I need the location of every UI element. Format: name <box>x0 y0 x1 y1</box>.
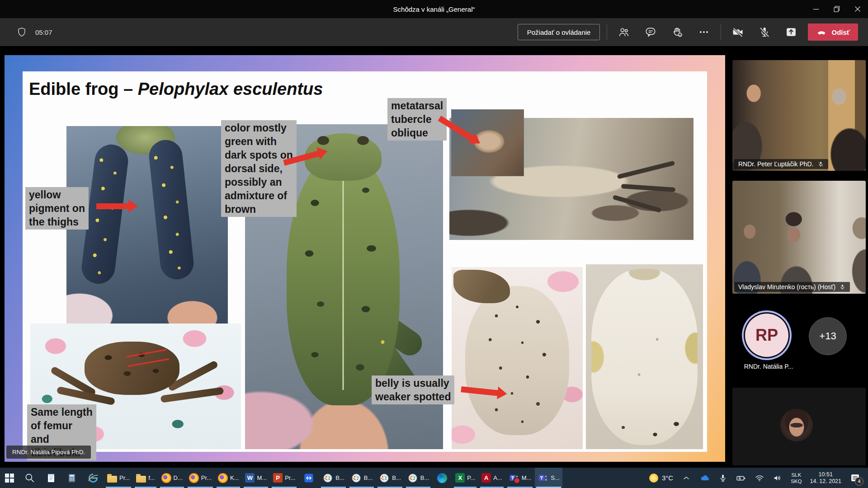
taskbar-item-teams-1[interactable]: M... <box>506 468 534 488</box>
leave-button[interactable]: Odísť <box>808 23 858 41</box>
taskbar-item-calculator[interactable] <box>62 468 82 488</box>
meeting-toolbar: 05:07 Požiadať o ovládanie <box>0 18 868 46</box>
camera-off-button[interactable] <box>728 23 748 42</box>
taskbar-item-firefox-2[interactable]: Pr... <box>186 468 214 488</box>
chat-icon <box>645 26 656 38</box>
calculator-icon <box>66 473 77 483</box>
taskbar-item-firefox-3[interactable]: K... <box>215 468 242 488</box>
taskbar-item-acrobat[interactable]: A... <box>479 468 505 488</box>
video-tile-participant2[interactable]: Vladyslav Mirutenko (гость) (Hosť) <box>732 181 866 294</box>
taskbar-item-internet-explorer[interactable] <box>83 468 104 488</box>
wifi-tray-icon[interactable] <box>751 468 768 488</box>
mic-off-icon <box>758 26 771 38</box>
video-tile-participant4[interactable] <box>732 388 866 465</box>
clock-block: 10:51 14. 12. 2021 <box>810 471 841 485</box>
taskbar-item-paint-4[interactable]: B... <box>405 468 432 488</box>
presenter-name-label: RNDr. Natália Pipová PhD. <box>6 446 91 459</box>
video-feed-art <box>732 60 866 171</box>
participant-name: RNDr. Peter Ľuptáčik PhD. <box>738 160 814 168</box>
folder-icon <box>107 476 117 483</box>
toolbar-divider <box>607 24 607 40</box>
teams-icon <box>538 473 548 483</box>
request-control-button[interactable]: Požiadať o ovládanie <box>518 24 600 40</box>
camera-off-icon <box>731 26 744 38</box>
reactions-button[interactable] <box>667 23 687 42</box>
volume-tray-icon[interactable] <box>769 468 786 488</box>
taskbar-item-teamviewer[interactable] <box>299 468 319 488</box>
toolbar-divider <box>721 24 721 40</box>
leave-button-label: Odísť <box>831 28 850 36</box>
frog-head-art <box>453 270 510 303</box>
taskbar-item-excel[interactable]: P... <box>453 468 478 488</box>
mic-off-button[interactable] <box>755 23 774 42</box>
participants-button[interactable] <box>614 23 634 42</box>
sun-icon <box>649 474 658 483</box>
taskbar-item-edge[interactable] <box>433 468 452 488</box>
frog-belly-art <box>591 269 698 445</box>
meeting-stage: Edible frog – Pelophylax esculentus <box>0 46 868 468</box>
avatar <box>780 409 813 441</box>
keyboard-layout: SKQ <box>791 478 802 484</box>
annotation-metatarsal: metatarsal tubercle oblique <box>387 98 447 141</box>
mic-tray-icon[interactable] <box>715 468 731 488</box>
close-button[interactable] <box>847 0 868 18</box>
participant-name-badge: Vladyslav Mirutenko (гость) (Hosť) <box>734 282 850 292</box>
language-switcher[interactable]: SLK SKQ <box>788 468 805 488</box>
taskbar-item-folder-1[interactable]: Pr... <box>104 468 132 488</box>
temperature: 3°C <box>662 474 673 482</box>
onedrive-tray-icon[interactable] <box>696 468 713 488</box>
frog-toe-art <box>617 160 675 179</box>
windows-taskbar: Pr... f... D... Pr... K... M... Pr... <box>0 468 868 488</box>
firefox-icon <box>189 473 199 483</box>
frog-toe-art <box>613 195 661 213</box>
minimize-button[interactable] <box>806 0 826 18</box>
window-title: Schôdza v kanáli „General“ <box>393 5 475 13</box>
system-tray: 3°C SLK SKQ <box>646 468 868 488</box>
tray-overflow-button[interactable] <box>678 468 694 488</box>
participant-name-badge: RNDr. Peter Ľuptáčik PhD. <box>734 159 828 169</box>
taskbar-item-word[interactable]: M... <box>242 468 269 488</box>
taskbar-item-notepad[interactable] <box>41 468 61 488</box>
overflow-count: +13 <box>819 330 836 342</box>
share-button[interactable] <box>781 23 801 42</box>
weather-widget[interactable]: 3°C <box>646 468 676 488</box>
taskbar-item-powerpoint[interactable]: Pr... <box>270 468 298 488</box>
taskbar-item-paint-1[interactable]: B... <box>320 468 347 488</box>
more-options-icon <box>698 26 710 38</box>
language-code: SLK <box>791 472 801 478</box>
acrobat-icon <box>481 473 491 483</box>
audio-participants-row: RP +13 RNDr. Natália P... <box>732 305 866 388</box>
search-icon <box>24 472 36 484</box>
edge-icon <box>437 473 447 483</box>
frog-body-art <box>287 152 400 405</box>
slide-title-plain: Edible frog – <box>29 80 138 99</box>
annotation-color: color mostly green with dark spots on do… <box>221 120 297 217</box>
taskbar-item-teams-2[interactable]: S... <box>535 468 562 488</box>
search-button[interactable] <box>19 468 40 488</box>
photo-belly-spotted <box>452 267 583 449</box>
taskbar-item-firefox-1[interactable]: D... <box>159 468 185 488</box>
video-tile-participant1[interactable]: RNDr. Peter Ľuptáčik PhD. <box>732 60 866 171</box>
notification-center-button[interactable]: 4 <box>846 468 864 488</box>
paint-icon <box>322 473 333 483</box>
restore-button[interactable] <box>826 0 847 18</box>
powerpoint-icon <box>273 473 283 483</box>
taskbar-item-folder-2[interactable]: f... <box>133 468 157 488</box>
paint-icon <box>379 473 390 483</box>
firefox-icon <box>161 473 171 483</box>
meeting-controls: Požiadať o ovládanie <box>518 23 868 42</box>
overflow-participants-button[interactable]: +13 <box>809 317 847 355</box>
slide-title: Edible frog – Pelophylax esculentus <box>29 80 323 99</box>
taskbar-item-paint-2[interactable]: B... <box>348 468 376 488</box>
battery-tray-icon[interactable] <box>732 468 750 488</box>
annotation-belly: belly is usually weaker spotted <box>372 375 454 404</box>
start-button[interactable] <box>0 468 19 488</box>
firefox-icon <box>218 473 228 483</box>
taskbar-item-paint-3[interactable]: B... <box>376 468 404 488</box>
avatar[interactable]: RP <box>745 314 788 357</box>
chat-button[interactable] <box>641 23 660 42</box>
shield-icon <box>16 27 27 38</box>
more-options-button[interactable] <box>694 23 714 42</box>
clock[interactable]: 10:51 14. 12. 2021 <box>807 468 844 488</box>
meeting-timer: 05:07 <box>35 28 52 36</box>
